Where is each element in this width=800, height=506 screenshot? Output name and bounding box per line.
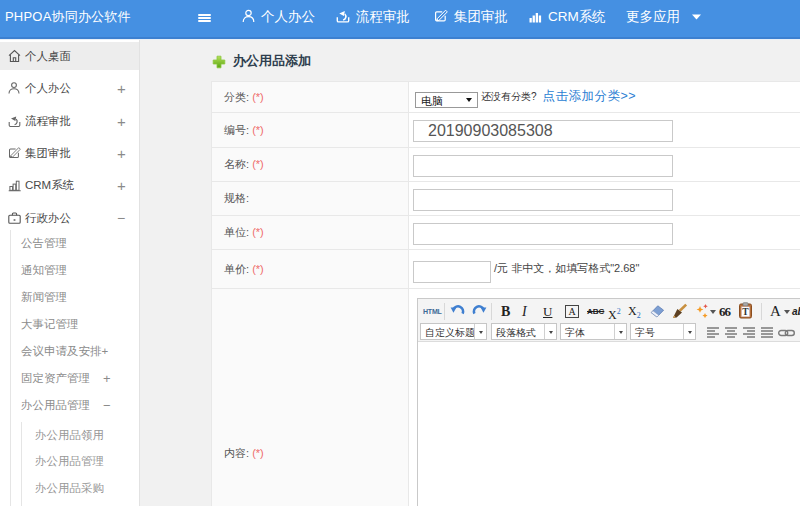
svg-text:T: T	[742, 307, 749, 317]
